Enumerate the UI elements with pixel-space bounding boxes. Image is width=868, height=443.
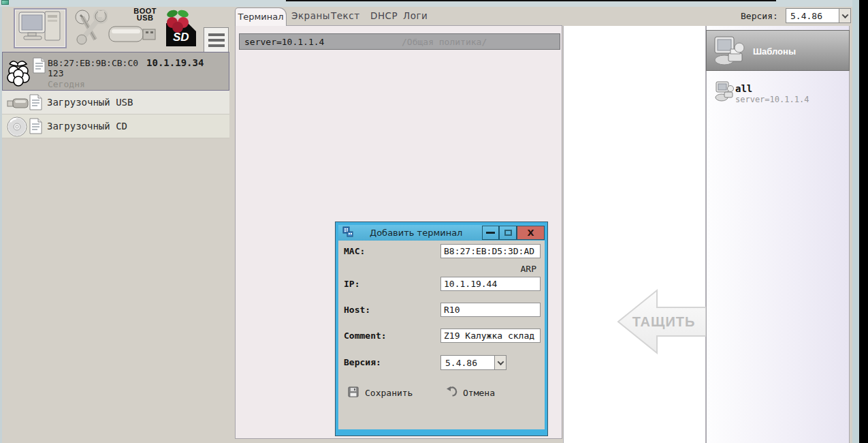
template-detail: server=10.1.1.4	[735, 95, 809, 104]
template-computer-icon	[715, 80, 734, 105]
comment-label: Comment:	[344, 331, 387, 341]
boot-cd-row-label: Загрузочный CD	[47, 114, 127, 138]
tab-text[interactable]: Текст	[331, 10, 360, 21]
document-icon	[29, 118, 42, 137]
window-top-divider	[286, 0, 776, 1]
terminal-mac: B8:27:EB:9B:CB:C0	[48, 58, 138, 68]
add-terminal-dialog: Добавить терминал X MAC: ARP IP: Host: C…	[336, 222, 547, 436]
minimize-icon	[486, 232, 495, 234]
tools-toolbar-button[interactable]	[71, 11, 108, 46]
chevron-down-icon[interactable]	[839, 9, 850, 22]
dialog-titlebar[interactable]: Добавить терминал X	[338, 225, 545, 241]
sidebar-menu-button[interactable]	[204, 27, 229, 52]
raspberry-icon	[7, 58, 30, 89]
maximize-icon	[504, 230, 512, 236]
hamburger-icon	[208, 33, 225, 36]
ip-field[interactable]	[440, 277, 541, 291]
cancel-button[interactable]: Отмена	[446, 386, 495, 399]
dialog-body: MAC: ARP IP: Host: Comment: Версия: 5.4.…	[338, 241, 545, 429]
sd-card-toolbar-button[interactable]: SD	[161, 8, 199, 49]
policy-label: /Общая политика/	[402, 37, 487, 47]
document-icon	[29, 94, 42, 113]
cd-disc-icon	[7, 117, 27, 140]
sidebar-item-boot-usb[interactable]: Загрузочный USB	[2, 91, 229, 114]
dialog-maximize-button[interactable]	[499, 226, 517, 240]
template-item-all[interactable]: all server=10.1.1.4	[715, 79, 837, 106]
computer-printer-icon	[713, 35, 746, 70]
arp-button[interactable]: ARP	[521, 264, 536, 274]
window-right-border	[852, 0, 859, 443]
sd-raspberry-icon: SD	[161, 39, 199, 52]
sidebar-item-terminal[interactable]: B8:27:EB:9B:CB:C010.1.19.34 123 Сегодня	[2, 52, 229, 91]
dialog-close-button[interactable]: X	[517, 226, 545, 240]
host-label: Host:	[344, 305, 370, 315]
template-name: all	[735, 83, 752, 94]
mac-label: MAC:	[344, 246, 365, 256]
server-group-header[interactable]: server=10.1.1.4 /Общая политика/	[239, 33, 560, 50]
save-button[interactable]: Сохранить	[348, 386, 413, 399]
dialog-app-icon	[342, 226, 353, 240]
terminal-name: 123	[48, 68, 63, 78]
tools-icon	[71, 10, 108, 48]
save-button-label: Сохранить	[365, 388, 413, 398]
version-select[interactable]: 5.4.86	[786, 8, 851, 23]
dialog-version-value: 5.4.86	[445, 358, 477, 368]
drop-zone-column	[563, 26, 706, 443]
boot-usb-row-label: Загрузочный USB	[47, 91, 133, 114]
drag-hint-text: ТАЩИТЬ	[632, 314, 696, 329]
ip-label: IP:	[344, 279, 359, 289]
mac-field[interactable]	[440, 244, 541, 258]
tab-screens[interactable]: Экраны	[291, 10, 330, 21]
sidebar-item-boot-cd[interactable]: Загрузочный CD	[2, 114, 229, 138]
chevron-down-icon[interactable]	[494, 356, 506, 369]
screen-black-margin	[859, 0, 868, 443]
templates-header-label: Шаблоны	[753, 46, 796, 57]
floppy-save-icon	[348, 386, 359, 399]
app-window: BOOT USB SD	[0, 0, 868, 443]
templates-header: Шаблоны	[706, 30, 850, 71]
document-icon	[33, 57, 46, 76]
terminal-date: Сегодня	[48, 79, 85, 89]
server-address: server=10.1.1.4	[244, 37, 324, 47]
usb-stick-icon	[7, 97, 29, 112]
version-select-value: 5.4.86	[790, 11, 822, 21]
dialog-version-select[interactable]: 5.4.86	[440, 355, 507, 370]
window-icon	[1, 0, 9, 5]
computer-icon	[18, 10, 63, 47]
usb-flash-icon	[108, 22, 159, 50]
version-label: Версия:	[741, 11, 778, 21]
undo-arrow-icon	[446, 386, 457, 399]
host-field[interactable]	[440, 303, 541, 317]
dialog-title: Добавить терминал	[370, 228, 462, 238]
terminals-toolbar-button[interactable]	[14, 8, 67, 48]
boot-usb-toolbar-button[interactable]: BOOT USB	[108, 7, 161, 48]
terminal-ip: 10.1.19.34	[146, 57, 204, 68]
sd-card-text: SD	[173, 31, 189, 44]
terminal-mac-and-ip: B8:27:EB:9B:CB:C010.1.19.34	[48, 57, 204, 68]
boot-usb-label: BOOT USB	[133, 7, 157, 21]
comment-field[interactable]	[440, 329, 541, 343]
tab-logs[interactable]: Логи	[403, 10, 428, 21]
cancel-button-label: Отмена	[463, 388, 495, 398]
tab-dhcp[interactable]: DHCP	[370, 10, 398, 21]
drag-hint-arrow: ТАЩИТЬ	[616, 285, 706, 361]
dialog-version-label: Версия:	[344, 357, 381, 367]
tab-terminal[interactable]: Терминал	[235, 7, 287, 26]
dialog-minimize-button[interactable]	[482, 226, 499, 240]
